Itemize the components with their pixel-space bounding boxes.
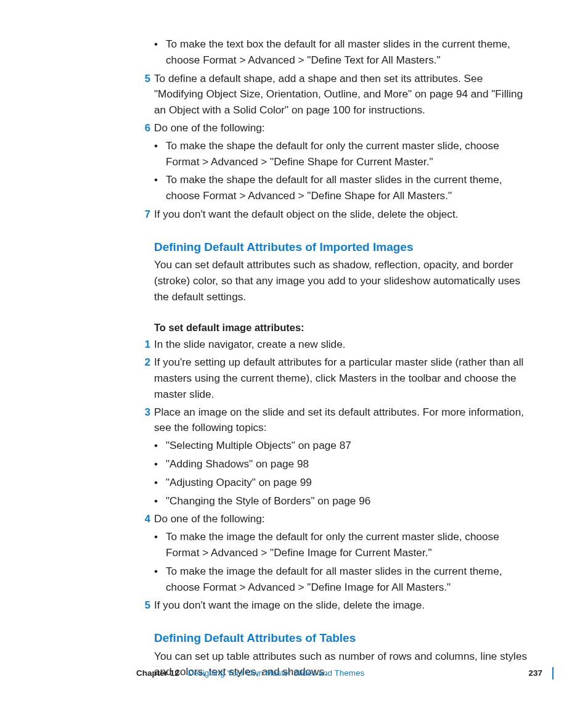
list-item: 6 Do one of the following: To make the s… — [154, 120, 533, 204]
bullet-text: To make the shape the default for only t… — [166, 139, 499, 168]
bullet-list: To make the text box the default for all… — [154, 36, 533, 68]
list-item: 2 If you're setting up default attribute… — [154, 355, 533, 402]
bullet-text: "Changing the Style of Borders" on page … — [166, 495, 370, 507]
step-text: Do one of the following: — [154, 121, 265, 134]
list-item: 1 In the slide navigator, create a new s… — [154, 337, 533, 353]
bullet-text: To make the image the default for all ma… — [166, 565, 502, 593]
list-item: "Adjusting Opacity" on page 99 — [154, 475, 533, 491]
list-item: 3 Place an image on the slide and set it… — [154, 404, 533, 509]
chapter-label: Chapter 12 — [136, 667, 179, 679]
chapter-title: Designing Your Own Master Slides and The… — [188, 667, 364, 679]
list-item: "Adding Shadows" on page 98 — [154, 456, 533, 472]
step-text: If you don't want the default object on … — [154, 208, 458, 220]
list-item: To make the text box the default for all… — [154, 36, 533, 68]
bullet-text: "Adjusting Opacity" on page 99 — [166, 476, 312, 488]
step-text: Place an image on the slide and set its … — [154, 406, 524, 434]
numbered-list: 5 To define a default shape, add a shape… — [154, 71, 533, 223]
step-text: To define a default shape, add a shape a… — [154, 72, 523, 117]
list-item: 4 Do one of the following: To make the i… — [154, 511, 533, 595]
list-item: To make the image the default for all ma… — [154, 564, 533, 596]
bullet-list: To make the shape the default for only t… — [154, 138, 533, 204]
step-text: In the slide navigator, create a new sli… — [154, 338, 346, 350]
step-number: 1 — [139, 337, 150, 352]
list-item: "Changing the Style of Borders" on page … — [154, 493, 533, 509]
list-item: "Selecting Multiple Objects" on page 87 — [154, 438, 533, 454]
page-footer: Chapter 12 Designing Your Own Master Sli… — [136, 667, 553, 679]
list-item: To make the shape the default for all ma… — [154, 172, 533, 204]
step-number: 5 — [139, 71, 150, 86]
step-text: If you're setting up default attributes … — [154, 356, 523, 400]
list-item: 5 If you don't want the image on the sli… — [154, 597, 533, 614]
bullet-text: To make the text box the default for all… — [166, 38, 510, 66]
bullet-text: "Adding Shadows" on page 98 — [166, 458, 309, 470]
step-number: 6 — [139, 120, 150, 136]
bullet-text: To make the shape the default for all ma… — [166, 173, 502, 202]
document-page: To make the text box the default for all… — [0, 0, 588, 706]
bullet-list: To make the image the default for only t… — [154, 529, 533, 595]
step-number: 4 — [139, 511, 150, 527]
list-item: 5 To define a default shape, add a shape… — [154, 71, 533, 118]
bullet-text: To make the image the default for only t… — [166, 530, 499, 559]
step-number: 2 — [139, 355, 150, 370]
list-item: To make the shape the default for only t… — [154, 138, 533, 170]
bullet-text: "Selecting Multiple Objects" on page 87 — [166, 439, 351, 451]
bullet-list: "Selecting Multiple Objects" on page 87 … — [154, 438, 533, 509]
page-number: 237 — [528, 667, 542, 679]
step-number: 3 — [139, 404, 150, 420]
list-item: To make the image the default for only t… — [154, 529, 533, 561]
list-item: 7 If you don't want the default object o… — [154, 207, 533, 223]
step-number: 7 — [139, 207, 150, 222]
section-heading-tables: Defining Default Attributes of Tables — [154, 630, 533, 647]
step-text: Do one of the following: — [154, 512, 265, 525]
step-text: If you don't want the image on the slide… — [154, 599, 425, 611]
numbered-list: 1 In the slide navigator, create a new s… — [154, 337, 533, 614]
procedure-heading: To set default image attributes: — [154, 320, 533, 335]
section-heading-images: Defining Default Attributes of Imported … — [154, 239, 533, 257]
step-number: 5 — [139, 597, 150, 613]
section-intro: You can set default attributes such as s… — [154, 257, 533, 305]
